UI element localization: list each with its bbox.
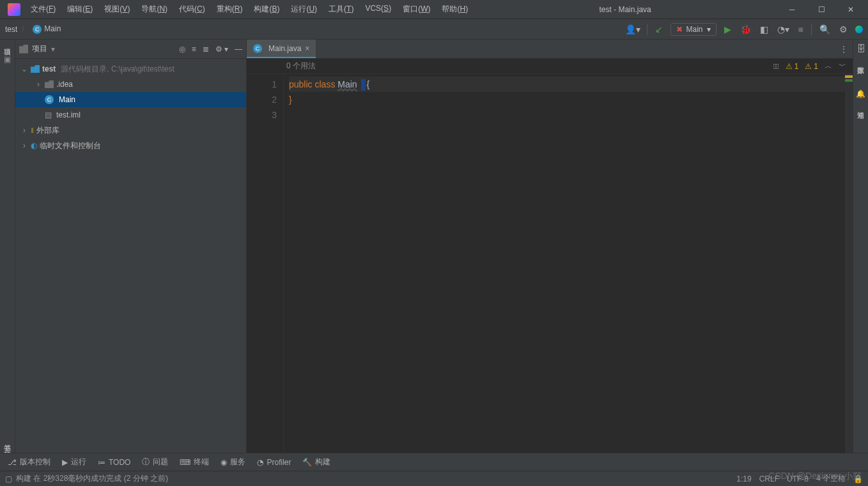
- settings-icon[interactable]: ⚙: [838, 23, 849, 36]
- tool-todo[interactable]: ≔TODO: [98, 458, 130, 467]
- menu-window[interactable]: 窗口(W): [398, 3, 435, 16]
- code-line-1[interactable]: public class Main {: [289, 77, 845, 92]
- project-panel-title[interactable]: 项目: [32, 43, 47, 54]
- menu-help[interactable]: 帮助(H): [437, 3, 473, 16]
- breadcrumb-project[interactable]: test: [5, 25, 17, 34]
- project-tree: ⌄ test 源代码根目录, C:\java\git\test\test › .…: [15, 59, 246, 156]
- warning-1[interactable]: ⚠1: [786, 62, 799, 71]
- run-config-name: Main: [686, 25, 703, 34]
- code-editor[interactable]: 1 2 3 public class Main { }: [247, 74, 853, 453]
- menu-refactor[interactable]: 重构(R): [212, 3, 248, 16]
- status-bar: ▢ 构建 在 2秒328毫秒内成功完成 (2 分钟 之前) 1:19 CRLF …: [0, 471, 868, 486]
- menu-file[interactable]: 文件(F): [26, 3, 61, 16]
- tree-main-class[interactable]: C Main: [15, 92, 246, 107]
- maximize-button[interactable]: ☐: [807, 0, 836, 19]
- prev-highlight-icon[interactable]: ︿: [825, 61, 832, 72]
- tree-scratches[interactable]: › ◐ 临时文件和控制台: [15, 138, 246, 153]
- code-line-3[interactable]: [289, 107, 845, 123]
- line-number[interactable]: 2: [247, 92, 277, 107]
- folder-icon[interactable]: ▣: [4, 55, 11, 64]
- menu-navigate[interactable]: 导航(N): [136, 3, 173, 16]
- config-x-icon: ✖: [676, 25, 683, 34]
- build-hammer-icon[interactable]: ↙: [654, 23, 664, 36]
- reader-mode-icon[interactable]: 👁̶: [773, 62, 779, 71]
- tree-item-label: .idea: [56, 80, 73, 89]
- tab-close-icon[interactable]: ×: [305, 44, 309, 53]
- plugin-icon[interactable]: [855, 26, 863, 33]
- close-button[interactable]: ✕: [836, 0, 865, 19]
- play-icon: ▶: [62, 458, 68, 467]
- status-eol[interactable]: CRLF: [759, 475, 779, 483]
- breadcrumb-file[interactable]: CMain: [33, 24, 61, 34]
- chevron-right-icon[interactable]: ›: [20, 126, 28, 135]
- status-icon[interactable]: ▢: [5, 475, 12, 483]
- title-bar: 文件(F) 编辑(E) 视图(V) 导航(N) 代码(C) 重构(R) 构建(B…: [0, 0, 868, 19]
- expand-all-icon[interactable]: ≡: [192, 45, 196, 54]
- dropdown-icon[interactable]: ▾: [51, 45, 55, 54]
- status-position[interactable]: 1:19: [736, 475, 751, 483]
- database-icon[interactable]: 🗄: [856, 43, 865, 54]
- minimize-button[interactable]: ─: [777, 0, 807, 19]
- file-icon: ▤: [45, 110, 54, 119]
- tree-item-label: Main: [59, 95, 75, 104]
- class-icon: C: [33, 25, 42, 34]
- tree-idea-folder[interactable]: › .idea: [15, 77, 246, 92]
- settings-icon[interactable]: ⚙ ▾: [215, 45, 228, 54]
- debug-button[interactable]: 🐞: [739, 23, 752, 36]
- code-area[interactable]: public class Main { }: [284, 74, 845, 453]
- tool-terminal[interactable]: ⌨终端: [180, 457, 209, 467]
- usages-label[interactable]: 0 个用法: [286, 61, 316, 72]
- chevron-right-icon[interactable]: ›: [20, 141, 28, 150]
- user-icon[interactable]: 👤▾: [625, 24, 640, 34]
- search-icon[interactable]: 🔍: [818, 23, 832, 36]
- chevron-down-icon[interactable]: ⌄: [20, 65, 28, 73]
- stop-button[interactable]: ■: [797, 23, 805, 36]
- profile-button[interactable]: ◔▾: [776, 23, 791, 36]
- line-number[interactable]: 1: [247, 77, 277, 92]
- chevron-right-icon[interactable]: ›: [35, 80, 42, 89]
- tabs-overflow[interactable]: ⋮: [835, 40, 853, 58]
- tree-external-libraries[interactable]: › ⦀ 外部库: [15, 123, 246, 138]
- app-icon: [8, 3, 20, 16]
- menu-build[interactable]: 构建(B): [249, 3, 284, 16]
- locate-icon[interactable]: ◎: [179, 45, 185, 54]
- code-line-2[interactable]: }: [289, 92, 845, 107]
- caret: [361, 79, 366, 91]
- tool-profiler[interactable]: ◔Profiler: [257, 458, 291, 467]
- line-number[interactable]: 3: [247, 107, 277, 123]
- menu-edit[interactable]: 编辑(E): [62, 3, 98, 16]
- project-tool-window: 项目 ▾ ◎ ≡ ≣ ⚙ ▾ — ⌄ test 源代码根目录, C:\java\…: [15, 40, 247, 453]
- tree-root[interactable]: ⌄ test 源代码根目录, C:\java\git\test\test: [15, 61, 246, 77]
- tool-problems[interactable]: ⓘ问题: [142, 457, 168, 467]
- menu-run[interactable]: 运行(U): [286, 3, 322, 16]
- tool-vcs[interactable]: ⎇版本控制: [8, 457, 50, 467]
- tree-iml-file[interactable]: ▤ test.iml: [15, 107, 246, 123]
- tool-run[interactable]: ▶运行: [62, 457, 86, 467]
- run-button[interactable]: ▶: [723, 23, 732, 36]
- class-icon: C: [253, 44, 262, 53]
- warning-2[interactable]: ⚠1: [805, 62, 818, 71]
- marker-bar[interactable]: [845, 74, 853, 453]
- menu-vcs[interactable]: VCS(S): [360, 3, 396, 16]
- line-gutter: 1 2 3: [247, 74, 284, 453]
- tab-main-java[interactable]: C Main.java ×: [247, 40, 316, 58]
- next-highlight-icon[interactable]: ﹀: [839, 61, 846, 72]
- run-config-selector[interactable]: ✖ Main ▾: [670, 23, 717, 36]
- menu-view[interactable]: 视图(V): [99, 3, 135, 16]
- coverage-button[interactable]: ◧: [759, 23, 770, 36]
- collapse-all-icon[interactable]: ≣: [203, 45, 209, 54]
- dropdown-icon: ▾: [707, 25, 711, 34]
- menu-tools[interactable]: 工具(T): [323, 3, 359, 16]
- bell-icon[interactable]: 🔔: [856, 89, 865, 98]
- main-body: 项目 ▣ 书签 结构 项目 ▾ ◎ ≡ ≣ ⚙ ▾ — ⌄ test 源代码根目…: [0, 40, 868, 453]
- menu-bar: 文件(F) 编辑(E) 视图(V) 导航(N) 代码(C) 重构(R) 构建(B…: [26, 3, 473, 16]
- editor-tabs: C Main.java × ⋮: [247, 40, 853, 59]
- project-panel-header: 项目 ▾ ◎ ≡ ≣ ⚙ ▾ —: [15, 40, 246, 59]
- lock-icon[interactable]: 🔒: [853, 475, 863, 483]
- menu-code[interactable]: 代码(C): [174, 3, 210, 16]
- status-encoding[interactable]: UTF-8: [787, 475, 809, 483]
- tool-services[interactable]: ◉服务: [221, 457, 245, 467]
- hide-icon[interactable]: —: [235, 45, 242, 54]
- tool-build[interactable]: 🔨构建: [302, 457, 330, 467]
- status-indent[interactable]: 4 个空格: [816, 473, 846, 484]
